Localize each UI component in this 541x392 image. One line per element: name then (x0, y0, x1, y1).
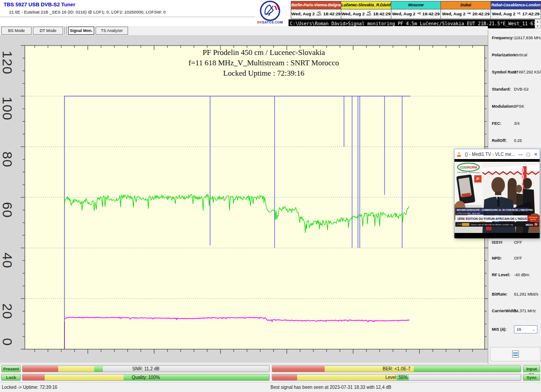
chevron-down-icon: ⌄ (532, 326, 535, 333)
vlc-cone-icon (456, 151, 462, 157)
svg-text:Yémen: aide d'1 Md USD de l'Ar: Yémen: aide d'1 Md USD de l'Arabie saoud… (471, 223, 513, 226)
stream-list-icon (512, 351, 519, 358)
svg-text:P: P (477, 177, 479, 181)
field-value: 34,371 MHz (514, 309, 536, 313)
panel-field-rflevel: RF Level:-40 dBm (488, 273, 541, 279)
clock-time: Wed, Aug 2 +1DST 18:42:29 (341, 9, 391, 18)
field-label: MIS (4): (492, 327, 507, 332)
panel-field-carrierwidth: CarrierWidth:34,371 MHz (488, 309, 541, 315)
y-tick-label-20: 20 (0, 298, 15, 325)
input-ts-indicator[interactable]: Input TS (523, 365, 540, 372)
header: TBS 5927 USB DVB-S2 Tuner 21.6E - Eutels… (0, 0, 541, 26)
status-meters: PresentLockInput TSSync TSSNR: 11,2 dBBE… (0, 364, 541, 383)
app-title: TBS 5927 USB DVB-S2 Tuner (4, 2, 75, 7)
field-label: Standard: (492, 87, 511, 91)
scroll-up-icon[interactable]: ▲ (536, 20, 539, 23)
vlc-minimize-button[interactable]: — (517, 152, 524, 157)
field-label: ISSYI (492, 240, 502, 245)
app-subtitle: 21.6E - Eutelsat 21B _SES 16 (ID: 0216) … (9, 9, 165, 14)
tab-ts-analyzer-ok-[interactable]: TS Analyzer (OK) (96, 27, 128, 35)
tab-signal-mon-[interactable]: Signal Mon. (68, 27, 94, 35)
clock-5: Rabat-Casablanca-London Wed, Aug 2 +1 17… (491, 1, 541, 18)
field-value: 11617,838 MHz (514, 36, 541, 40)
best-signal-status: Best signal has been seen at 2023-07-31 … (270, 385, 391, 390)
signal-chart: PF Prodelin 450 cm / Lucenec-Slovakiaf=1… (0, 35, 488, 363)
field-value: 0.25 (514, 138, 522, 143)
vlc-video-area[interactable]: CODINORM Côte d'Ivoire - Normalisation P… (454, 159, 540, 238)
panel-field-standard: Standard:DVB-S2 (488, 87, 541, 93)
mis-dropdown[interactable]: 16⌄ (514, 325, 537, 333)
y-tick-label-60: 60 (0, 196, 15, 223)
y-tick-label-80: 80 (0, 146, 15, 173)
panel-field-fec: FEC:3/4 (488, 121, 541, 128)
panel-field-polarization: Polarization:Vertical (488, 53, 541, 59)
satellite-dish-icon (260, 0, 280, 21)
clock-city: Rabat-Casablanca-London (491, 1, 541, 9)
scroll-down-icon[interactable]: ▼ (536, 25, 539, 27)
field-value: DVB-S2 (514, 87, 529, 91)
field-value: -40 dBm (514, 273, 529, 277)
panel-field-mis: MIS (4): 16⌄ (488, 327, 541, 333)
tab-bs-mode[interactable]: BS Mode (1, 27, 32, 35)
header-divider (0, 17, 255, 17)
clock-4: Dubai Wed, Aug 2 +4 20:42:29 (441, 1, 491, 18)
vlc-close-button[interactable]: ✕ (532, 152, 540, 157)
ber-meter: BER: <1.0E-7 (272, 365, 521, 372)
svg-text:INFOS: INFOS (530, 219, 536, 221)
logo-text: DXSATCS.COM (256, 20, 284, 24)
console-text: C:\Users\Roman Dávid>Signal monitoring_P… (290, 21, 535, 26)
panel-field-issyi: ISSYIOFF (488, 240, 541, 246)
panel-field-bitrate: BitRate:61,291 Mbit/s (488, 292, 541, 298)
clock-time: Wed, Aug 2 +1DST 18:42:29 (291, 9, 341, 18)
svg-text:MEDI1: MEDI1 (526, 223, 533, 226)
field-label: RollOff: (492, 138, 507, 143)
console-scrollbar[interactable]: ▲▼ (535, 19, 541, 28)
panel-field-modulation: Modulation:8PSK (488, 104, 541, 110)
svg-text:CÔTE D'IVOIRE - ABIDJAN: CÔTE D'IVOIRE - ABIDJAN (457, 212, 480, 214)
level-meter-label: Level: 55% (272, 374, 521, 380)
y-tick-label-0: 0 (0, 328, 15, 356)
clock-city: Berlin-Paris-Vienna-Belgrade (291, 1, 341, 9)
field-value: OFF (514, 240, 522, 245)
present-indicator[interactable]: Present (1, 365, 21, 372)
clock-city: Moscow (391, 1, 441, 9)
status-bar: Locked -> Uptime: 72:39:16 Best signal h… (0, 382, 541, 392)
field-label: Frequency: (492, 36, 514, 40)
world-clocks: Berlin-Paris-Vienna-Belgrade Wed, Aug 2 … (291, 1, 541, 19)
clock-city: Dubai (441, 1, 491, 9)
panel-stream-button[interactable] (490, 347, 541, 361)
snr-meter: SNR: 11,2 dB (22, 365, 270, 372)
vlc-titlebar[interactable]: () - Medi1 TV - VLC me... — ▢ ✕ (454, 149, 540, 159)
panel-field-symbolrate: Symbol Rate:27497,292 KS/s (488, 70, 541, 76)
clock-1: Berlin-Paris-Vienna-Belgrade Wed, Aug 2 … (291, 1, 341, 18)
y-tick-label-100: 100 (0, 95, 15, 122)
svg-text:PF Prodelin 450 cm / Lucenec-S: PF Prodelin 450 cm / Lucenec-Slovakia (202, 48, 325, 57)
field-label: RF Level: (492, 273, 510, 277)
svg-text:1ÈRE ÉDITION DU FORUM AFRICAIN: 1ÈRE ÉDITION DU FORUM AFRICAIN DE L'INDU… (457, 217, 534, 220)
vlc-maximize-button[interactable]: ▢ (524, 152, 532, 157)
quality-meter: Quality: 100% (22, 374, 270, 381)
field-label: NPD: (492, 256, 502, 260)
y-tick-label-40: 40 (0, 247, 15, 274)
svg-text:Locked Uptime : 72:39:16: Locked Uptime : 72:39:16 (223, 69, 304, 77)
svg-text:f=11 618 MHz_V_Multistream : S: f=11 618 MHz_V_Multistream : SNRT Morocc… (188, 59, 339, 67)
field-value: 8PSK (514, 104, 524, 109)
clock-time: Wed, Aug 2 +1 17:42:29 (491, 9, 541, 18)
field-label: Polarization: (492, 53, 516, 57)
sync-ts-indicator[interactable]: Sync TS (523, 374, 540, 381)
panel-field-npd: NPD:OFF (488, 256, 541, 262)
field-value: 27497,292 KS/s (514, 70, 541, 74)
tab-dt-mode[interactable]: DT Mode (33, 27, 63, 35)
vlc-window[interactable]: () - Medi1 TV - VLC me... — ▢ ✕ CODINORM… (454, 149, 540, 238)
clock-city: Lučenec-Slovakia_R.Dávid (341, 1, 391, 9)
svg-text:TV: TV (535, 223, 537, 226)
lock-indicator[interactable]: Lock (1, 374, 21, 381)
panel-field-rolloff: RollOff:0.25 (488, 138, 541, 145)
video-frame: CODINORM Côte d'Ivoire - Normalisation P… (454, 159, 540, 238)
clock-time: Wed, Aug 2 +3 19:42:29 (391, 9, 441, 18)
clock-2: Lučenec-Slovakia_R.Dávid Wed, Aug 2 +1DS… (341, 1, 391, 18)
field-label: Modulation: (492, 104, 515, 109)
clock-time: Wed, Aug 2 +4 20:42:29 (441, 9, 491, 18)
field-value: OFF (514, 256, 522, 260)
app-window: TBS 5927 USB DVB-S2 Tuner 21.6E - Eutels… (0, 0, 541, 392)
